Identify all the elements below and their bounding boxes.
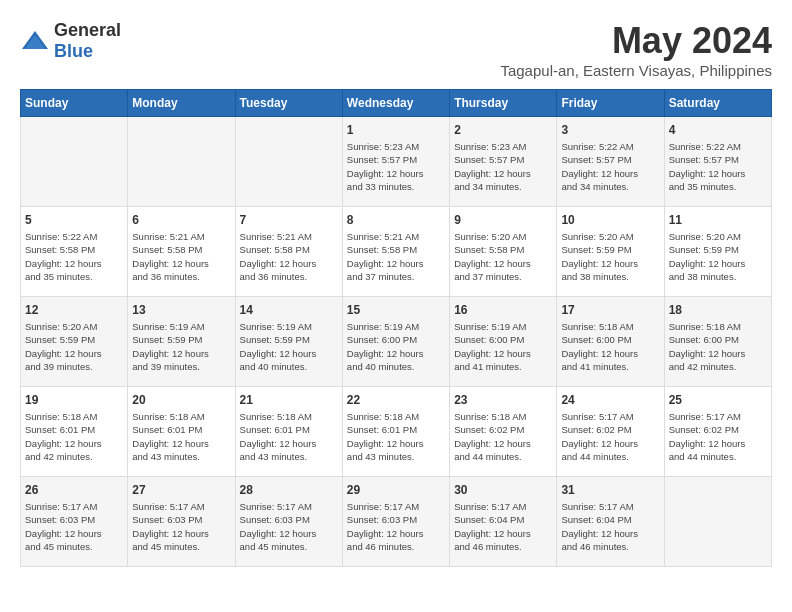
day-number: 20 — [132, 393, 230, 407]
day-number: 17 — [561, 303, 659, 317]
calendar-cell: 3Sunrise: 5:22 AM Sunset: 5:57 PM Daylig… — [557, 117, 664, 207]
title-area: May 2024 Tagapul-an, Eastern Visayas, Ph… — [500, 20, 772, 79]
calendar-table: SundayMondayTuesdayWednesdayThursdayFrid… — [20, 89, 772, 567]
day-header-monday: Monday — [128, 90, 235, 117]
day-content: Sunrise: 5:17 AM Sunset: 6:03 PM Dayligh… — [240, 500, 338, 553]
day-content: Sunrise: 5:17 AM Sunset: 6:04 PM Dayligh… — [454, 500, 552, 553]
day-number: 30 — [454, 483, 552, 497]
calendar-cell: 15Sunrise: 5:19 AM Sunset: 6:00 PM Dayli… — [342, 297, 449, 387]
day-number: 27 — [132, 483, 230, 497]
day-content: Sunrise: 5:17 AM Sunset: 6:02 PM Dayligh… — [561, 410, 659, 463]
day-content: Sunrise: 5:18 AM Sunset: 6:01 PM Dayligh… — [240, 410, 338, 463]
day-number: 26 — [25, 483, 123, 497]
day-number: 28 — [240, 483, 338, 497]
day-header-tuesday: Tuesday — [235, 90, 342, 117]
day-number: 6 — [132, 213, 230, 227]
calendar-cell: 4Sunrise: 5:22 AM Sunset: 5:57 PM Daylig… — [664, 117, 771, 207]
logo: General Blue — [20, 20, 121, 62]
page-header: General Blue May 2024 Tagapul-an, Easter… — [20, 20, 772, 79]
day-number: 11 — [669, 213, 767, 227]
day-content: Sunrise: 5:20 AM Sunset: 5:59 PM Dayligh… — [25, 320, 123, 373]
day-header-wednesday: Wednesday — [342, 90, 449, 117]
day-content: Sunrise: 5:21 AM Sunset: 5:58 PM Dayligh… — [240, 230, 338, 283]
week-row-3: 12Sunrise: 5:20 AM Sunset: 5:59 PM Dayli… — [21, 297, 772, 387]
calendar-cell: 24Sunrise: 5:17 AM Sunset: 6:02 PM Dayli… — [557, 387, 664, 477]
day-content: Sunrise: 5:22 AM Sunset: 5:57 PM Dayligh… — [669, 140, 767, 193]
week-row-2: 5Sunrise: 5:22 AM Sunset: 5:58 PM Daylig… — [21, 207, 772, 297]
day-content: Sunrise: 5:23 AM Sunset: 5:57 PM Dayligh… — [347, 140, 445, 193]
calendar-cell — [664, 477, 771, 567]
day-header-thursday: Thursday — [450, 90, 557, 117]
calendar-cell: 16Sunrise: 5:19 AM Sunset: 6:00 PM Dayli… — [450, 297, 557, 387]
day-content: Sunrise: 5:23 AM Sunset: 5:57 PM Dayligh… — [454, 140, 552, 193]
day-number: 16 — [454, 303, 552, 317]
day-content: Sunrise: 5:17 AM Sunset: 6:03 PM Dayligh… — [132, 500, 230, 553]
calendar-cell: 12Sunrise: 5:20 AM Sunset: 5:59 PM Dayli… — [21, 297, 128, 387]
calendar-cell: 14Sunrise: 5:19 AM Sunset: 5:59 PM Dayli… — [235, 297, 342, 387]
week-row-1: 1Sunrise: 5:23 AM Sunset: 5:57 PM Daylig… — [21, 117, 772, 207]
day-content: Sunrise: 5:19 AM Sunset: 6:00 PM Dayligh… — [347, 320, 445, 373]
day-number: 3 — [561, 123, 659, 137]
calendar-cell: 13Sunrise: 5:19 AM Sunset: 5:59 PM Dayli… — [128, 297, 235, 387]
day-number: 4 — [669, 123, 767, 137]
calendar-cell: 11Sunrise: 5:20 AM Sunset: 5:59 PM Dayli… — [664, 207, 771, 297]
day-content: Sunrise: 5:20 AM Sunset: 5:58 PM Dayligh… — [454, 230, 552, 283]
day-content: Sunrise: 5:18 AM Sunset: 6:01 PM Dayligh… — [347, 410, 445, 463]
day-content: Sunrise: 5:17 AM Sunset: 6:04 PM Dayligh… — [561, 500, 659, 553]
calendar-cell: 26Sunrise: 5:17 AM Sunset: 6:03 PM Dayli… — [21, 477, 128, 567]
calendar-cell: 20Sunrise: 5:18 AM Sunset: 6:01 PM Dayli… — [128, 387, 235, 477]
day-number: 9 — [454, 213, 552, 227]
calendar-cell — [128, 117, 235, 207]
day-number: 14 — [240, 303, 338, 317]
day-number: 24 — [561, 393, 659, 407]
calendar-cell: 21Sunrise: 5:18 AM Sunset: 6:01 PM Dayli… — [235, 387, 342, 477]
day-number: 8 — [347, 213, 445, 227]
day-number: 5 — [25, 213, 123, 227]
calendar-cell: 10Sunrise: 5:20 AM Sunset: 5:59 PM Dayli… — [557, 207, 664, 297]
calendar-cell: 31Sunrise: 5:17 AM Sunset: 6:04 PM Dayli… — [557, 477, 664, 567]
day-header-sunday: Sunday — [21, 90, 128, 117]
calendar-cell: 9Sunrise: 5:20 AM Sunset: 5:58 PM Daylig… — [450, 207, 557, 297]
logo-blue-text: Blue — [54, 41, 93, 61]
day-content: Sunrise: 5:18 AM Sunset: 6:01 PM Dayligh… — [132, 410, 230, 463]
day-number: 12 — [25, 303, 123, 317]
day-number: 25 — [669, 393, 767, 407]
location-subtitle: Tagapul-an, Eastern Visayas, Philippines — [500, 62, 772, 79]
calendar-cell: 2Sunrise: 5:23 AM Sunset: 5:57 PM Daylig… — [450, 117, 557, 207]
calendar-cell: 19Sunrise: 5:18 AM Sunset: 6:01 PM Dayli… — [21, 387, 128, 477]
day-content: Sunrise: 5:17 AM Sunset: 6:02 PM Dayligh… — [669, 410, 767, 463]
logo-icon — [20, 29, 50, 53]
month-title: May 2024 — [500, 20, 772, 62]
calendar-cell: 23Sunrise: 5:18 AM Sunset: 6:02 PM Dayli… — [450, 387, 557, 477]
day-content: Sunrise: 5:20 AM Sunset: 5:59 PM Dayligh… — [561, 230, 659, 283]
day-number: 22 — [347, 393, 445, 407]
day-number: 7 — [240, 213, 338, 227]
day-number: 31 — [561, 483, 659, 497]
day-content: Sunrise: 5:17 AM Sunset: 6:03 PM Dayligh… — [347, 500, 445, 553]
calendar-cell — [235, 117, 342, 207]
day-number: 1 — [347, 123, 445, 137]
calendar-cell: 29Sunrise: 5:17 AM Sunset: 6:03 PM Dayli… — [342, 477, 449, 567]
day-content: Sunrise: 5:20 AM Sunset: 5:59 PM Dayligh… — [669, 230, 767, 283]
day-header-saturday: Saturday — [664, 90, 771, 117]
calendar-cell: 28Sunrise: 5:17 AM Sunset: 6:03 PM Dayli… — [235, 477, 342, 567]
day-number: 13 — [132, 303, 230, 317]
calendar-cell: 6Sunrise: 5:21 AM Sunset: 5:58 PM Daylig… — [128, 207, 235, 297]
calendar-cell: 8Sunrise: 5:21 AM Sunset: 5:58 PM Daylig… — [342, 207, 449, 297]
day-content: Sunrise: 5:22 AM Sunset: 5:58 PM Dayligh… — [25, 230, 123, 283]
header-row: SundayMondayTuesdayWednesdayThursdayFrid… — [21, 90, 772, 117]
day-number: 18 — [669, 303, 767, 317]
calendar-cell: 25Sunrise: 5:17 AM Sunset: 6:02 PM Dayli… — [664, 387, 771, 477]
day-number: 15 — [347, 303, 445, 317]
day-number: 21 — [240, 393, 338, 407]
week-row-4: 19Sunrise: 5:18 AM Sunset: 6:01 PM Dayli… — [21, 387, 772, 477]
logo-general-text: General — [54, 20, 121, 40]
day-content: Sunrise: 5:19 AM Sunset: 6:00 PM Dayligh… — [454, 320, 552, 373]
day-content: Sunrise: 5:17 AM Sunset: 6:03 PM Dayligh… — [25, 500, 123, 553]
day-content: Sunrise: 5:18 AM Sunset: 6:00 PM Dayligh… — [561, 320, 659, 373]
day-content: Sunrise: 5:19 AM Sunset: 5:59 PM Dayligh… — [132, 320, 230, 373]
day-number: 10 — [561, 213, 659, 227]
day-number: 23 — [454, 393, 552, 407]
calendar-cell: 18Sunrise: 5:18 AM Sunset: 6:00 PM Dayli… — [664, 297, 771, 387]
day-number: 19 — [25, 393, 123, 407]
